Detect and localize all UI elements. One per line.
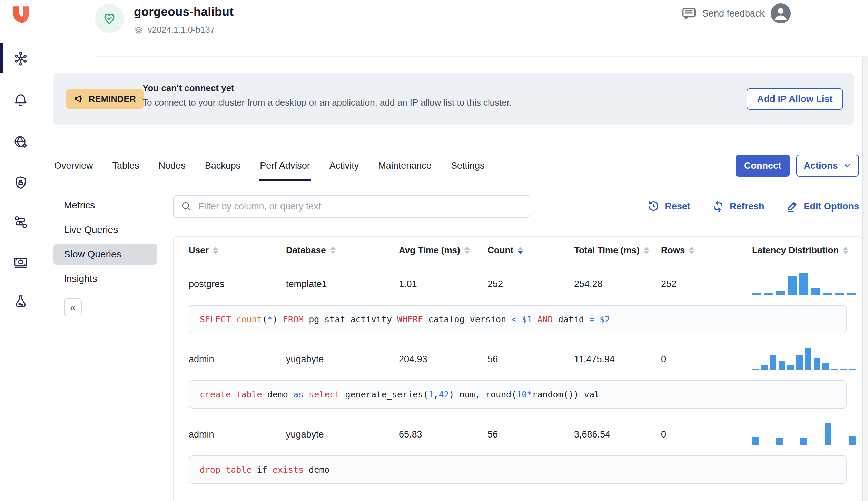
- reminder-badge: REMINDER: [66, 89, 144, 109]
- query-text-box[interactable]: SELECT count(*) FROM pg_stat_activity WH…: [189, 305, 847, 333]
- menu-item-slow-queries[interactable]: Slow Queries: [53, 244, 157, 265]
- sort-icon: [517, 247, 523, 254]
- cell-user: postgres: [189, 279, 286, 289]
- refresh-button[interactable]: Refresh: [712, 200, 765, 213]
- cell-user: admin: [189, 354, 286, 365]
- toolbar-actions: Reset Refresh Edit Options: [647, 200, 862, 213]
- sort-icon: [330, 247, 336, 254]
- active-nav-indicator: [0, 43, 3, 73]
- cell-rows: 0: [661, 354, 752, 365]
- column-header-database[interactable]: Database: [286, 245, 399, 256]
- table-row[interactable]: admin yugabyte 204.93 56 11,475.94 0: [189, 340, 847, 379]
- page-header: gorgeous-halibut v2024.1.1.0-b137 Send f…: [41, 0, 868, 57]
- app-icon-rail: [0, 0, 41, 501]
- tab-overview[interactable]: Overview: [53, 150, 94, 181]
- sql-query: create table demo as select generate_ser…: [200, 390, 600, 400]
- edit-options-button[interactable]: Edit Options: [786, 200, 859, 213]
- refresh-label: Refresh: [730, 201, 765, 212]
- cell-avg-time: 204.93: [399, 354, 487, 365]
- network-globe-gear-icon[interactable]: [12, 134, 29, 150]
- cell-database: template1: [286, 279, 399, 289]
- latency-histogram: [752, 348, 856, 370]
- cell-total-time: 3,686.54: [574, 429, 661, 440]
- sort-icon: [689, 247, 694, 254]
- column-header-total-time[interactable]: Total Time (ms): [574, 245, 661, 256]
- column-header-latency-distribution[interactable]: Latency Distribution: [752, 245, 848, 256]
- sql-query: SELECT count(*) FROM pg_stat_activity WH…: [200, 314, 610, 324]
- sort-icon: [843, 247, 848, 254]
- tab-backups[interactable]: Backups: [204, 150, 241, 181]
- cluster-detail-page: gorgeous-halibut v2024.1.1.0-b137 Send f…: [0, 0, 868, 501]
- actions-label: Actions: [803, 160, 838, 171]
- reset-history-icon: [647, 200, 660, 213]
- perf-advisor-body: Metrics Live Queries Slow Queries Insigh…: [53, 195, 862, 501]
- tab-tables[interactable]: Tables: [112, 150, 140, 181]
- sort-icon: [464, 247, 470, 254]
- security-shield-lock-icon[interactable]: [12, 175, 29, 191]
- latency-histogram: [752, 423, 856, 445]
- cell-database: yugabyte: [286, 429, 399, 440]
- collapse-sidebar-button[interactable]: «: [64, 298, 82, 316]
- table-row[interactable]: postgres template1 1.01 252 254.28 252: [189, 264, 847, 304]
- refresh-icon: [712, 200, 725, 213]
- sort-icon: [644, 247, 649, 254]
- column-header-user[interactable]: User: [189, 245, 286, 256]
- actions-dropdown-button[interactable]: Actions: [796, 155, 859, 177]
- slow-queries-table: User Database Avg Time (ms) Count Total …: [173, 236, 862, 501]
- layers-icon: [134, 25, 144, 35]
- tab-maintenance[interactable]: Maintenance: [377, 150, 432, 181]
- cluster-tabs-row: Overview Tables Nodes Backups Perf Advis…: [53, 137, 862, 181]
- clusters-icon[interactable]: [12, 50, 29, 67]
- content-area: REMINDER You can't connect yet To connec…: [41, 57, 862, 501]
- reminder-badge-label: REMINDER: [89, 94, 136, 104]
- cluster-name-title: gorgeous-halibut: [134, 5, 234, 19]
- version-text: v2024.1.1.0-b137: [148, 25, 215, 35]
- slow-queries-toolbar: Reset Refresh Edit Options: [173, 195, 862, 218]
- tab-activity[interactable]: Activity: [329, 150, 360, 181]
- integrations-flow-icon[interactable]: [12, 214, 29, 230]
- cluster-health-icon: [95, 4, 124, 33]
- search-icon: [180, 200, 192, 212]
- table-row[interactable]: admin yugabyte 65.83 56 3,686.54 0: [189, 415, 847, 454]
- connect-button[interactable]: Connect: [736, 155, 790, 177]
- latency-histogram: [752, 273, 856, 295]
- cell-avg-time: 65.83: [399, 429, 487, 440]
- billing-money-icon[interactable]: [12, 254, 29, 271]
- user-avatar[interactable]: [771, 3, 791, 23]
- cluster-tabs: Overview Tables Nodes Backups Perf Advis…: [53, 150, 485, 181]
- edit-pencil-icon: [786, 200, 799, 213]
- cluster-version: v2024.1.1.0-b137: [134, 25, 215, 35]
- cell-count: 252: [487, 279, 574, 289]
- column-header-avg-time[interactable]: Avg Time (ms): [399, 245, 487, 256]
- query-text-box[interactable]: create table demo as select generate_ser…: [189, 380, 847, 409]
- query-text-box[interactable]: drop table if exists demo: [189, 455, 847, 484]
- menu-item-metrics[interactable]: Metrics: [53, 195, 157, 216]
- page-scrollbar[interactable]: [862, 57, 868, 501]
- send-feedback-button[interactable]: Send feedback: [681, 6, 765, 21]
- cell-total-time: 11,475.94: [574, 354, 661, 365]
- filter-input[interactable]: [198, 201, 523, 212]
- column-header-count[interactable]: Count: [487, 245, 574, 256]
- tab-perf-advisor[interactable]: Perf Advisor: [259, 150, 311, 181]
- banner-title: You can't connect yet: [142, 83, 234, 94]
- yugabyte-logo-icon[interactable]: [11, 6, 30, 26]
- reset-label: Reset: [665, 201, 690, 212]
- menu-item-insights[interactable]: Insights: [53, 268, 157, 289]
- add-ip-allow-list-button[interactable]: Add IP Allow List: [747, 88, 843, 110]
- edit-options-label: Edit Options: [804, 201, 859, 212]
- column-header-rows[interactable]: Rows: [661, 245, 752, 256]
- alerts-bell-icon[interactable]: [12, 92, 29, 108]
- cell-database: yugabyte: [286, 354, 399, 365]
- cell-rows: 252: [661, 279, 752, 289]
- cell-user: admin: [189, 429, 286, 440]
- table-header-row: User Database Avg Time (ms) Count Total …: [189, 237, 847, 264]
- tab-settings[interactable]: Settings: [450, 150, 485, 181]
- labs-flask-icon[interactable]: [12, 293, 29, 310]
- chevron-down-icon: [843, 161, 852, 170]
- tabs-actions: Connect Actions: [736, 155, 859, 177]
- reset-button[interactable]: Reset: [647, 200, 690, 213]
- tab-nodes[interactable]: Nodes: [158, 150, 186, 181]
- menu-item-live-queries[interactable]: Live Queries: [53, 219, 157, 240]
- cell-count: 56: [487, 429, 574, 440]
- cell-rows: 0: [661, 429, 752, 440]
